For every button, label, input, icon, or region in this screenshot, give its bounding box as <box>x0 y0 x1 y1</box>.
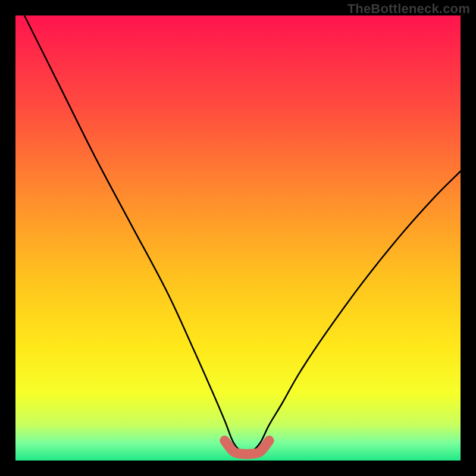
watermark-text: TheBottleneck.com <box>347 1 470 17</box>
bottleneck-chart <box>15 15 461 461</box>
chart-background <box>15 15 461 461</box>
chart-container: TheBottleneck.com <box>0 0 476 476</box>
